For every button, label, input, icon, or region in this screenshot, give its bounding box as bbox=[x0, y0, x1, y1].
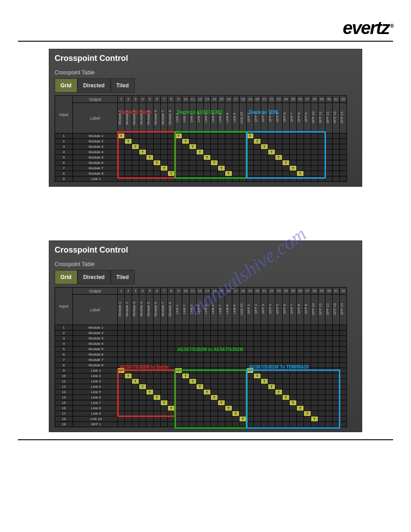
crosspoint-cell[interactable] bbox=[283, 363, 290, 368]
crosspoint-cell[interactable] bbox=[175, 171, 182, 176]
crosspoint-cell[interactable] bbox=[333, 150, 340, 155]
crosspoint-cell[interactable] bbox=[168, 352, 175, 357]
crosspoint-cell[interactable] bbox=[211, 347, 218, 352]
crosspoint-cell[interactable] bbox=[333, 171, 340, 176]
crosspoint-cell[interactable] bbox=[218, 133, 225, 139]
crosspoint-cell[interactable] bbox=[182, 352, 189, 357]
crosspoint-cell[interactable] bbox=[318, 336, 325, 341]
crosspoint-cell[interactable] bbox=[211, 400, 218, 406]
crosspoint-cell[interactable] bbox=[232, 373, 240, 379]
crosspoint-cell[interactable] bbox=[333, 406, 340, 411]
crosspoint-cell[interactable] bbox=[204, 341, 211, 347]
crosspoint-cell[interactable] bbox=[182, 390, 189, 395]
crosspoint-cell[interactable]: T bbox=[275, 390, 283, 395]
crosspoint-cell[interactable] bbox=[340, 400, 347, 406]
crosspoint-cell[interactable] bbox=[225, 150, 232, 155]
crosspoint-cell[interactable] bbox=[197, 352, 204, 357]
crosspoint-cell[interactable] bbox=[161, 325, 168, 330]
crosspoint-cell[interactable] bbox=[275, 373, 283, 379]
crosspoint-cell[interactable] bbox=[175, 400, 182, 406]
crosspoint-cell[interactable] bbox=[268, 330, 275, 336]
crosspoint-cell[interactable] bbox=[304, 166, 311, 171]
crosspoint-cell[interactable] bbox=[146, 363, 154, 368]
crosspoint-cell[interactable] bbox=[268, 133, 275, 139]
crosspoint-cell[interactable] bbox=[261, 336, 268, 341]
crosspoint-cell[interactable] bbox=[154, 133, 161, 139]
crosspoint-cell[interactable] bbox=[197, 373, 204, 379]
crosspoint-cell[interactable] bbox=[175, 144, 182, 150]
crosspoint-cell[interactable] bbox=[182, 341, 189, 347]
crosspoint-cell[interactable] bbox=[325, 139, 333, 144]
crosspoint-cell[interactable] bbox=[154, 155, 161, 160]
crosspoint-cell[interactable] bbox=[268, 155, 275, 160]
crosspoint-cell[interactable] bbox=[125, 325, 132, 330]
crosspoint-cell[interactable] bbox=[182, 416, 189, 422]
crosspoint-cell[interactable] bbox=[283, 422, 290, 427]
crosspoint-cell[interactable] bbox=[189, 176, 197, 182]
crosspoint-cell[interactable] bbox=[340, 384, 347, 390]
crosspoint-cell[interactable] bbox=[125, 422, 132, 427]
crosspoint-cell[interactable] bbox=[211, 336, 218, 341]
crosspoint-cell[interactable] bbox=[118, 373, 125, 379]
crosspoint-cell[interactable] bbox=[325, 341, 333, 347]
crosspoint-cell[interactable] bbox=[218, 368, 225, 373]
crosspoint-cell[interactable] bbox=[225, 325, 232, 330]
crosspoint-cell[interactable] bbox=[118, 363, 125, 368]
crosspoint-cell[interactable] bbox=[261, 406, 268, 411]
crosspoint-cell[interactable] bbox=[154, 166, 161, 171]
crosspoint-cell[interactable] bbox=[318, 139, 325, 144]
crosspoint-cell[interactable] bbox=[340, 336, 347, 341]
crosspoint-cell[interactable] bbox=[125, 155, 132, 160]
crosspoint-cell[interactable] bbox=[283, 379, 290, 384]
crosspoint-cell[interactable] bbox=[118, 171, 125, 176]
crosspoint-cell[interactable] bbox=[189, 400, 197, 406]
crosspoint-cell[interactable] bbox=[311, 368, 318, 373]
crosspoint-cell[interactable] bbox=[297, 330, 304, 336]
crosspoint-cell[interactable]: T bbox=[139, 384, 146, 390]
crosspoint-cell[interactable] bbox=[118, 139, 125, 144]
crosspoint-cell[interactable] bbox=[275, 400, 283, 406]
crosspoint-cell[interactable] bbox=[154, 390, 161, 395]
crosspoint-cell[interactable] bbox=[304, 373, 311, 379]
crosspoint-cell[interactable] bbox=[232, 336, 240, 341]
crosspoint-cell[interactable] bbox=[318, 373, 325, 379]
crosspoint-cell[interactable] bbox=[139, 176, 146, 182]
crosspoint-cell[interactable] bbox=[311, 144, 318, 150]
crosspoint-cell[interactable] bbox=[168, 144, 175, 150]
crosspoint-cell[interactable]: T bbox=[261, 379, 268, 384]
crosspoint-cell[interactable] bbox=[146, 395, 154, 400]
crosspoint-cell[interactable]: T bbox=[189, 144, 197, 150]
crosspoint-cell[interactable] bbox=[275, 422, 283, 427]
crosspoint-cell[interactable] bbox=[168, 363, 175, 368]
crosspoint-cell[interactable] bbox=[275, 166, 283, 171]
crosspoint-cell[interactable] bbox=[154, 357, 161, 363]
crosspoint-cell[interactable] bbox=[240, 336, 247, 341]
crosspoint-cell[interactable] bbox=[311, 406, 318, 411]
crosspoint-cell[interactable] bbox=[225, 422, 232, 427]
crosspoint-cell[interactable] bbox=[175, 336, 182, 341]
crosspoint-cell[interactable] bbox=[139, 416, 146, 422]
crosspoint-cell[interactable] bbox=[304, 390, 311, 395]
crosspoint-cell[interactable] bbox=[204, 400, 211, 406]
crosspoint-cell[interactable] bbox=[211, 422, 218, 427]
crosspoint-cell[interactable] bbox=[318, 160, 325, 166]
crosspoint-cell[interactable] bbox=[275, 384, 283, 390]
crosspoint-cell[interactable] bbox=[240, 160, 247, 166]
crosspoint-cell[interactable] bbox=[125, 357, 132, 363]
crosspoint-cell[interactable] bbox=[232, 155, 240, 160]
crosspoint-cell[interactable] bbox=[197, 336, 204, 341]
crosspoint-cell[interactable] bbox=[247, 341, 254, 347]
crosspoint-cell[interactable] bbox=[290, 336, 297, 341]
crosspoint-cell[interactable] bbox=[268, 411, 275, 416]
crosspoint-cell[interactable] bbox=[161, 139, 168, 144]
crosspoint-cell[interactable] bbox=[333, 155, 340, 160]
crosspoint-cell[interactable] bbox=[304, 384, 311, 390]
crosspoint-cell[interactable] bbox=[175, 347, 182, 352]
crosspoint-cell[interactable] bbox=[232, 144, 240, 150]
crosspoint-cell[interactable] bbox=[318, 395, 325, 400]
crosspoint-cell[interactable] bbox=[125, 171, 132, 176]
crosspoint-cell[interactable] bbox=[254, 363, 261, 368]
crosspoint-cell[interactable] bbox=[325, 379, 333, 384]
crosspoint-cell[interactable] bbox=[225, 160, 232, 166]
crosspoint-cell[interactable] bbox=[275, 379, 283, 384]
